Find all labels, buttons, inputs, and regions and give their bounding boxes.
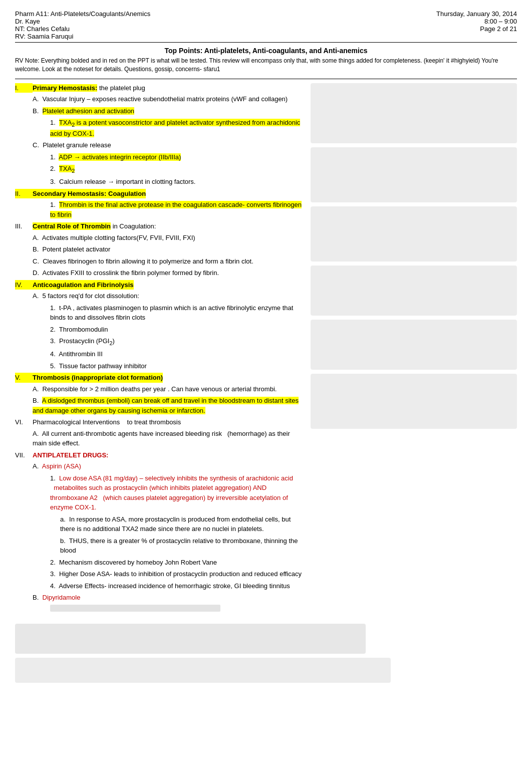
section-VII-A2: 2. Mechanism discovered by homeboy John …: [50, 558, 306, 568]
course-title: Pharm A11: Anti-Platelets/Coagulants/Ane…: [15, 10, 150, 18]
section-VII-B-label: Dipyridamole: [43, 594, 81, 601]
roman-VII: VII.: [15, 450, 33, 460]
section-I-B: B. Platelet adhesion and activation: [33, 106, 306, 116]
rv-note: RV Note: Everything bolded and in red on…: [15, 57, 517, 74]
image-5: [311, 320, 517, 370]
section-I-A-text: Vascular Injury – exposes reactive suben…: [43, 95, 288, 103]
section-VII-A-label: Aspirin (ASA): [42, 462, 81, 470]
section-IV-title: Anticoagulation and Fibrinolysis: [33, 280, 134, 290]
roman-IV: IV.: [15, 280, 33, 290]
time: 8:00 – 9:00: [436, 18, 517, 25]
page-number: Page 2 of 21: [436, 25, 517, 33]
section-I-C2-text: TXA2: [59, 165, 75, 172]
section-III-A-text: Activates multiple clotting factors(FV, …: [42, 234, 195, 241]
image-4: [311, 266, 517, 316]
content-area: I. Primary Hemostasis: the platelet plug…: [15, 83, 517, 614]
section-III-C: C. Cleaves fibrinogen to fibrin allowing…: [33, 256, 306, 267]
section-III-A: A. Activates multiple clotting factors(F…: [33, 233, 306, 243]
section-VII-A4: 4. Adverse Effects- increased incidence …: [50, 581, 306, 591]
section-IV: IV. Anticoagulation and Fibrinolysis: [15, 280, 306, 290]
section-III-title: Central Role of Thrombin in Coagulation:: [33, 221, 156, 231]
nt-name: NT: Charles Cefalu: [15, 25, 150, 33]
section-VII-A1: 1. Low dose ASA (81 mg/day) – selectivel…: [50, 473, 306, 512]
section-I-C: C. Platelet granule release: [33, 140, 306, 150]
section-VII-A3: 3. Higher Dose ASA- leads to inhibition …: [50, 569, 306, 579]
header: Pharm A11: Anti-Platelets/Coagulants/Ane…: [15, 10, 517, 40]
section-III-D-text: Activates FXIII to crosslink the fibrin …: [43, 269, 219, 277]
section-VII-A1a: a. In response to ASA, more prostacyclin…: [60, 514, 306, 534]
section-VII-B-blurred: [50, 605, 306, 612]
section-VII-A: A. Aspirin (ASA): [33, 461, 306, 471]
section-VII-title: ANTIPLATELET DRUGS:: [33, 450, 108, 460]
section-I: I. Primary Hemostasis: the platelet plug: [15, 83, 306, 93]
section-VI-title: Pharmacological Interventions to treat t…: [33, 417, 181, 427]
section-III-C-text: Cleaves fibrinogen to fibrin allowing it…: [43, 257, 253, 265]
section-I-C1-text: ADP → activates integrin receptor (IIb/I…: [59, 153, 181, 161]
section-III-title-highlight: Central Role of Thrombin: [33, 222, 111, 230]
section-V-A: A. Responsible for > 2 million deaths pe…: [33, 384, 306, 394]
footer-img-1: [15, 624, 366, 654]
section-I-title: Primary Hemostasis: the platelet plug: [33, 83, 145, 93]
section-I-B1-text: TXA2 is a potent vasoconstrictor and pla…: [50, 119, 300, 137]
section-V-B-text: A dislodged thrombus (emboli) can break …: [33, 397, 299, 414]
section-II: II. Secondary Hemostasis: Coagulation: [15, 189, 306, 199]
section-IV-A: A. 5 factors req'd for clot dissolution:: [33, 291, 306, 301]
image-2: [311, 147, 517, 202]
image-column: [311, 83, 517, 614]
section-I-C2: 2. TXA2: [50, 164, 306, 175]
section-I-B1: 1. TXA2 is a potent vasoconstrictor and …: [50, 118, 306, 138]
section-I-C1: 1. ADP → activates integrin receptor (II…: [50, 152, 306, 162]
section-VI-A: A. All current anti-thrombotic agents ha…: [33, 429, 306, 448]
section-V: V. Thrombosis (inappropriate clot format…: [15, 373, 306, 383]
section-IV-1: 1. t-PA , activates plasminogen to plasm…: [50, 303, 306, 323]
roman-V: V.: [15, 373, 33, 383]
roman-III: III.: [15, 221, 33, 231]
section-I-B-highlight: Platelet adhesion and activation: [43, 107, 135, 115]
section-VII: VII. ANTIPLATELET DRUGS:: [15, 450, 306, 460]
section-II-title: Secondary Hemostasis: Coagulation: [33, 189, 146, 199]
section-III-B: B. Potent platelet activator: [33, 244, 306, 254]
image-3: [311, 206, 517, 262]
date: Thursday, January 30, 2014: [436, 10, 517, 18]
image-6: [311, 374, 517, 429]
section-IV-4: 4. Antithrombin III: [50, 349, 306, 359]
roman-II: II.: [15, 189, 33, 199]
header-divider: [15, 42, 517, 43]
roman-I: I.: [15, 83, 33, 93]
footer-blurred: [15, 658, 391, 683]
page-title: Top Points: Anti-platelets, Anti-coagula…: [15, 47, 517, 55]
section-VII-A1b: b. THUS, there is a greater % of prostac…: [60, 536, 306, 556]
rv-name: RV: Saamia Faruqui: [15, 33, 150, 40]
section-V-title: Thrombosis (inappropriate clot formation…: [33, 373, 163, 383]
doctor-name: Dr. Kaye: [15, 18, 150, 25]
section-IV-3: 3. Prostacyclin (PGI2): [50, 336, 306, 347]
section-III-title-rest: in Coagulation:: [113, 222, 156, 230]
header-left: Pharm A11: Anti-Platelets/Coagulants/Ane…: [15, 10, 150, 40]
section-IV-2: 2. Thrombomodulin: [50, 325, 306, 335]
section-VII-A1-text: Low dose ASA (81 mg/day) – selectively i…: [50, 474, 293, 511]
section-VI: VI. Pharmacological Interventions to tre…: [15, 417, 306, 427]
section-I-suffix: the platelet plug: [99, 84, 145, 92]
section-I-A: A. Vascular Injury – exposes reactive su…: [33, 94, 306, 104]
section-VII-B: B. Dipyridamole: [33, 593, 306, 603]
section-III-B-text: Potent platelet activator: [43, 245, 111, 253]
section-IV-5: 5. Tissue factor pathway inhibitor: [50, 361, 306, 371]
section-III: III. Central Role of Thrombin in Coagula…: [15, 221, 306, 231]
footer-images: [15, 624, 517, 654]
section-II-1: 1. Thrombin is the final active protease…: [50, 200, 306, 219]
image-1: [311, 83, 517, 143]
section-I-C3: 3. Calcium release → important in clotti…: [50, 177, 306, 187]
section-III-D: D. Activates FXIII to crosslink the fibr…: [33, 268, 306, 278]
section-II-1-text: Thrombin is the final active protease in…: [50, 201, 302, 218]
section-V-B: B. A dislodged thrombus (emboli) can bre…: [33, 396, 306, 415]
roman-VI: VI.: [15, 417, 33, 427]
main-content: I. Primary Hemostasis: the platelet plug…: [15, 83, 306, 614]
header-right: Thursday, January 30, 2014 8:00 – 9:00 P…: [436, 10, 517, 40]
section-I-title-text: Primary Hemostasis:: [33, 84, 97, 92]
content-divider: [15, 79, 517, 79]
